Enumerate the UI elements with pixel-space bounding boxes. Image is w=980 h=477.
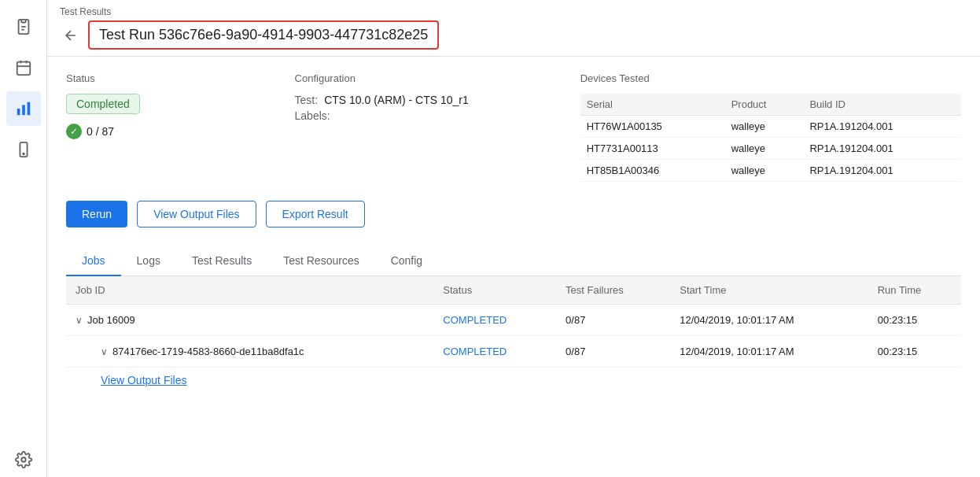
device-row: HT76W1A00135walleyeRP1A.191204.001 [580,116,961,138]
jobs-col-failures: Test Failures [556,276,670,305]
status-badge: Completed [66,94,140,114]
test-run-title: Test Run 536c76e6-9a90-4914-9903-447731c… [88,20,439,50]
device-row: HT85B1A00346walleyeRP1A.191204.001 [580,160,961,182]
config-panel-title: Configuration [295,72,580,84]
export-button[interactable]: Export Result [266,201,365,227]
tabs-bar: JobsLogsTest ResultsTest ResourcesConfig [66,246,961,276]
main-content: Test Results Test Run 536c76e6-9a90-4914… [47,0,980,477]
tab-test-results[interactable]: Test Results [176,246,267,276]
status-panel: Status Completed ✓ 0 / 87 [66,72,295,182]
job-failures-cell: 0/87 [556,336,670,368]
devices-col-product: Product [725,94,804,116]
svg-rect-7 [17,109,20,115]
info-panels: Status Completed ✓ 0 / 87 Configuration … [66,72,961,182]
job-status-cell: COMPLETED [433,305,556,336]
sidebar [0,0,47,477]
device-cell-product: walleye [725,116,804,138]
svg-rect-0 [21,20,26,23]
job-status-cell: COMPLETED [433,336,556,368]
device-cell-build_id: RP1A.191204.001 [803,138,961,160]
device-cell-build_id: RP1A.191204.001 [803,116,961,138]
job-row: ∨Job 16009COMPLETED0/8712/04/2019, 10:01… [66,305,961,336]
devices-table: Serial Product Build ID HT76W1A00135wall… [580,94,961,182]
status-panel-title: Status [66,72,295,84]
device-cell-serial: HT76W1A00135 [580,116,725,138]
tab-jobs[interactable]: Jobs [66,246,121,276]
job-runtime-cell: 00:23:15 [868,305,961,336]
jobs-table: Job ID Status Test Failures Start Time R… [66,276,961,368]
device-cell-serial: HT7731A00113 [580,138,725,160]
devices-col-build: Build ID [803,94,961,116]
breadcrumb: Test Results [60,6,967,17]
jobs-col-runtime: Run Time [868,276,961,305]
config-panel: Configuration Test: CTS 10.0 (ARM) - CTS… [295,72,580,182]
jobs-col-status: Status [433,276,556,305]
tab-config[interactable]: Config [375,246,438,276]
devices-panel: Devices Tested Serial Product Build ID H… [580,72,961,182]
pass-count: ✓ 0 / 87 [66,124,295,139]
action-row: Rerun View Output Files Export Result [66,201,961,227]
sidebar-item-clipboard[interactable] [6,9,41,44]
sidebar-item-calendar[interactable] [6,50,41,85]
devices-panel-title: Devices Tested [580,72,961,84]
back-button[interactable] [60,24,82,46]
devices-col-serial: Serial [580,94,725,116]
svg-point-11 [23,153,24,155]
svg-point-12 [21,457,26,462]
device-cell-build_id: RP1A.191204.001 [803,160,961,182]
content-area: Status Completed ✓ 0 / 87 Configuration … [47,57,980,477]
pass-count-value: 0 / 87 [87,125,114,138]
job-start-cell: 12/04/2019, 10:01:17 AM [670,305,868,336]
device-row: HT7731A00113walleyeRP1A.191204.001 [580,138,961,160]
job-failures-cell: 0/87 [556,305,670,336]
job-id-cell: ∨874176ec-1719-4583-8660-de11ba8dfa1c [66,336,433,368]
sidebar-item-analytics[interactable] [6,91,41,126]
config-labels-label: Labels: [295,109,330,122]
config-test-row: Test: CTS 10.0 (ARM) - CTS 10_r1 [295,94,580,106]
job-runtime-cell: 00:23:15 [868,336,961,368]
sidebar-item-phone[interactable] [6,132,41,167]
header: Test Results Test Run 536c76e6-9a90-4914… [47,0,980,57]
device-cell-product: walleye [725,138,804,160]
view-output-link[interactable]: View Output Files [66,368,961,393]
device-cell-product: walleye [725,160,804,182]
check-circle-icon: ✓ [66,124,82,139]
jobs-col-start: Start Time [670,276,868,305]
job-id-cell: ∨Job 16009 [66,305,433,336]
config-test-label: Test: [295,94,319,106]
job-row: ∨874176ec-1719-4583-8660-de11ba8dfa1cCOM… [66,336,961,368]
jobs-col-id: Job ID [66,276,433,305]
view-output-button[interactable]: View Output Files [137,201,256,227]
config-test-value: CTS 10.0 (ARM) - CTS 10_r1 [324,94,469,106]
device-cell-serial: HT85B1A00346 [580,160,725,182]
sidebar-item-settings[interactable] [6,442,41,477]
tab-test-resources[interactable]: Test Resources [267,246,374,276]
svg-rect-3 [17,62,30,76]
tab-logs[interactable]: Logs [121,246,176,276]
job-start-cell: 12/04/2019, 10:01:17 AM [670,336,868,368]
rerun-button[interactable]: Rerun [66,201,127,227]
svg-rect-9 [27,102,30,116]
title-row: Test Run 536c76e6-9a90-4914-9903-447731c… [60,20,967,56]
config-labels-row: Labels: [295,109,580,122]
svg-rect-8 [22,105,25,115]
